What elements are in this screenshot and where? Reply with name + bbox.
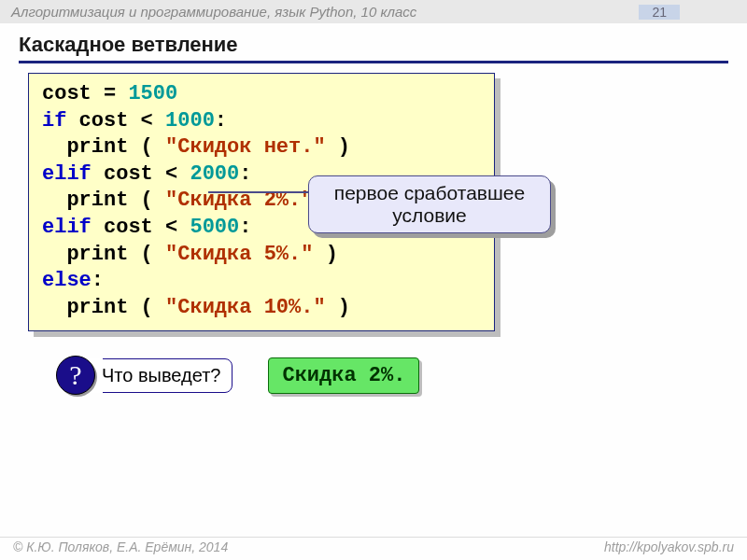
question-label: Что выведет? [90, 358, 233, 393]
slide-header: Алгоритмизация и программирование, язык … [0, 0, 747, 23]
code-keyword: if [42, 109, 66, 133]
code-keyword: elif [42, 216, 92, 239]
code-text: ) [313, 243, 337, 266]
code-number: 5000 [190, 216, 239, 239]
code-text: print ( [42, 243, 165, 266]
callout-line1: первое сработавшее [322, 182, 537, 204]
code-text: : [239, 216, 251, 239]
callout-box: первое сработавшее условие [308, 175, 551, 233]
code-string: "Скидка 10%." [165, 296, 326, 319]
code-text: : [239, 162, 251, 186]
code-text: cost < [66, 109, 165, 133]
code-text: print ( [42, 135, 165, 159]
footer-authors: © К.Ю. Поляков, Е.А. Ерёмин, 2014 [13, 539, 228, 554]
code-text: ) [326, 135, 350, 159]
question-mark-icon: ? [56, 356, 95, 395]
code-text: print ( [42, 296, 165, 319]
callout-connector [208, 191, 311, 193]
page-number: 21 [639, 5, 680, 20]
code-text: ) [326, 296, 350, 319]
code-string: "Скидка 5%." [165, 243, 313, 266]
footer-url: http://kpolyakov.spb.ru [604, 539, 734, 554]
slide-footer: © К.Ю. Поляков, Е.А. Ерёмин, 2014 http:/… [0, 537, 747, 560]
question-row: ? Что выведет? Скидка 2%. [56, 356, 747, 395]
code-text: cost = [42, 82, 128, 105]
answer-box: Скидка 2%. [268, 357, 419, 394]
course-title: Алгоритмизация и программирование, язык … [11, 4, 416, 20]
slide-title: Каскадное ветвление [19, 33, 728, 57]
callout: первое сработавшее условие [308, 175, 551, 233]
code-keyword: elif [42, 162, 92, 186]
code-keyword: else [42, 269, 92, 292]
code-text: : [215, 109, 227, 133]
code-number: 1000 [165, 109, 215, 133]
code-text: print ( [42, 189, 165, 212]
code-text: cost < [92, 162, 190, 186]
code-text: : [92, 269, 104, 292]
title-underline [19, 61, 728, 63]
code-text: cost < [92, 216, 190, 239]
code-string: "Скидок нет." [165, 135, 326, 159]
callout-line2: условие [322, 204, 537, 227]
code-number: 1500 [128, 82, 177, 105]
code-number: 2000 [190, 162, 239, 186]
